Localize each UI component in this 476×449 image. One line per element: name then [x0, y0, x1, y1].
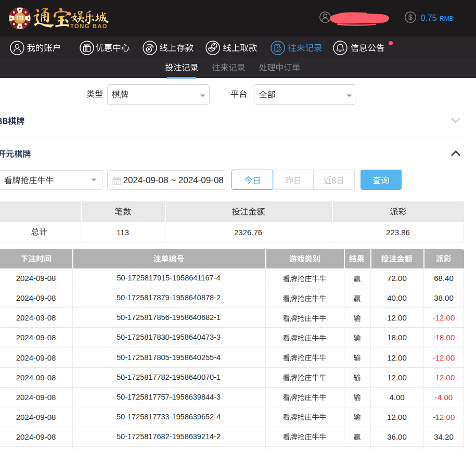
svg-text:TB: TB — [16, 15, 24, 22]
svg-text:$: $ — [408, 13, 413, 21]
